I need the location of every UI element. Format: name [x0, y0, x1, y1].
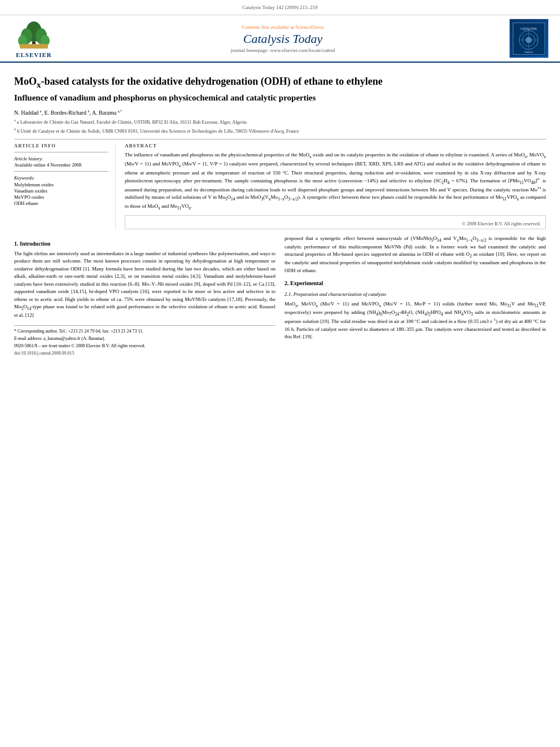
available-online: Available online 4 November 2008	[14, 162, 108, 168]
sciencedirect-line: Contents lists available at ScienceDirec…	[56, 24, 509, 30]
affiliations: a a Laboratoire de Chimie du Gaz Naturel…	[14, 118, 546, 134]
info-divider-2	[14, 171, 108, 172]
main-columns: 1. Introduction The light olefins are in…	[14, 235, 546, 358]
journal-homepage: journal homepage: www.elsevier.com/locat…	[56, 47, 509, 53]
abstract-section: ABSTRACT The influence of vanadium and p…	[125, 143, 546, 229]
section1-para1: The light olefins are intensively used a…	[14, 250, 275, 320]
elsevier-tree-icon	[14, 19, 54, 50]
doi-line: doi:10.1016/j.cattod.2008.09.015	[14, 350, 275, 356]
abstract-title: ABSTRACT	[125, 143, 546, 148]
header-inner: ELSEVIER Contents lists available at Sci…	[0, 15, 560, 63]
journal-header: Catalysis Today 142 (2009) 215–219	[0, 0, 560, 15]
section2-subheading: 2.1. Preparation and characterization of…	[285, 291, 546, 299]
sciencedirect-name: ScienceDirect	[295, 24, 323, 30]
footnote-issn: 0920-5861/$ – see front matter © 2008 El…	[14, 343, 275, 349]
affiliation-b: b b Unité de Catalyse et de Chimie du So…	[14, 127, 546, 135]
history-label: Article history:	[14, 156, 108, 161]
keyword-4: ODH ethane	[14, 200, 108, 206]
section2-para: MoOx, MoVOx (Mo/V = 11) and MoVPOx (Mo/V…	[285, 300, 546, 341]
affiliation-a: a a Laboratoire de Chimie du Gaz Naturel…	[14, 118, 546, 126]
section1-right-para: proposed that a synergetic effect betwee…	[285, 235, 546, 275]
keyword-2: Vanadium oxides	[14, 188, 108, 194]
keyword-3: MoVPO oxides	[14, 194, 108, 200]
article-info-panel: ARTICLE INFO Article history: Available …	[14, 143, 116, 229]
copyright-text: © 2008 Elsevier B.V. All rights reserved…	[130, 221, 541, 226]
keyword-1: Molybdenum oxides	[14, 182, 108, 187]
authors: N. Haddad a, E. Bordes-Richard b, A. Bar…	[14, 110, 546, 116]
elsevier-brand-text: ELSEVIER	[16, 51, 52, 58]
title-subscript-x: x	[37, 80, 41, 89]
footnote-email: E-mail address: a_barama@yahoo.fr (A. Ba…	[14, 335, 275, 342]
svg-text:TODAY: TODAY	[524, 50, 533, 53]
elsevier-logo: ELSEVIER	[11, 19, 56, 58]
left-column: 1. Introduction The light olefins are in…	[14, 235, 275, 358]
footnote-corresponding: * Corresponding author. Tel.: +213 21 24…	[14, 328, 275, 334]
info-divider	[14, 152, 108, 152]
article-title: MoOx-based catalysts for the oxidative d…	[14, 75, 546, 90]
svg-text:CATALYSIS: CATALYSIS	[520, 27, 537, 30]
copyright-box: © 2008 Elsevier B.V. All rights reserved…	[125, 215, 546, 229]
catalysis-logo-icon: CATALYSIS TODAY	[512, 20, 546, 57]
right-column: proposed that a synergetic effect betwee…	[285, 235, 546, 358]
svg-rect-6	[20, 44, 48, 49]
abstract-text: The influence of vanadium and phosphorus…	[125, 151, 546, 211]
keywords-label: Keywords:	[14, 175, 108, 181]
article-subtitle: Influence of vanadium and phosphorus on …	[14, 93, 546, 104]
article-info-title: ARTICLE INFO	[14, 143, 108, 148]
journal-ref: Catalysis Today 142 (2009) 215–219	[11, 5, 549, 10]
page-wrapper: Catalysis Today 142 (2009) 215–219 ELSEV…	[0, 0, 560, 364]
footnote-section: * Corresponding author. Tel.: +213 21 24…	[14, 325, 275, 357]
divider-1	[14, 139, 546, 139]
section2-heading: 2. Experimental	[285, 279, 546, 287]
article-body: MoOx-based catalysts for the oxidative d…	[0, 63, 560, 364]
journal-title: Catalysis Today	[56, 32, 509, 46]
section1-heading: 1. Introduction	[14, 239, 275, 248]
info-abstract-row: ARTICLE INFO Article history: Available …	[14, 143, 546, 229]
journal-title-block: Contents lists available at ScienceDirec…	[56, 24, 509, 53]
catalysis-logo-box: CATALYSIS TODAY	[509, 19, 549, 58]
